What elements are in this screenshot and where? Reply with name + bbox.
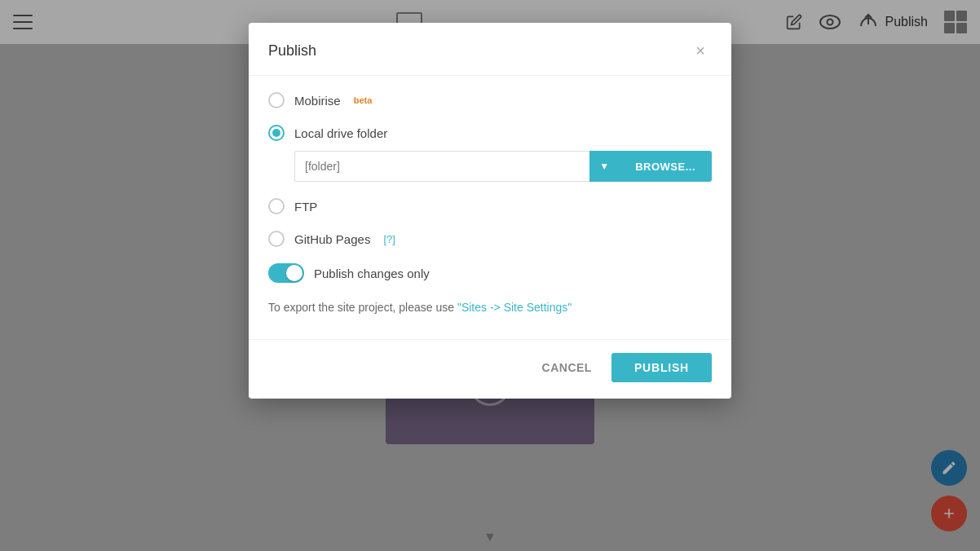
- modal-footer: CANCEL PUBLISH: [249, 339, 731, 399]
- option-github[interactable]: GitHub Pages [?]: [268, 231, 712, 247]
- option-github-label: GitHub Pages: [294, 232, 370, 246]
- toggle-row: Publish changes only: [268, 263, 712, 283]
- publish-modal: Publish × Mobirise beta Local drive fold…: [249, 23, 731, 399]
- cancel-button[interactable]: CANCEL: [532, 355, 602, 381]
- beta-badge: beta: [354, 95, 373, 105]
- option-local[interactable]: Local drive folder: [268, 125, 712, 141]
- option-mobirise[interactable]: Mobirise beta: [268, 92, 712, 108]
- option-mobirise-label: Mobirise: [294, 94, 341, 108]
- close-button[interactable]: ×: [689, 39, 712, 62]
- radio-mobirise[interactable]: [268, 92, 285, 108]
- radio-github[interactable]: [268, 231, 285, 247]
- option-ftp-label: FTP: [294, 200, 317, 214]
- option-local-label: Local drive folder: [294, 126, 387, 140]
- option-ftp[interactable]: FTP: [268, 198, 712, 214]
- modal-title: Publish: [268, 42, 316, 60]
- radio-local[interactable]: [268, 125, 285, 141]
- publish-changes-toggle[interactable]: [268, 263, 304, 283]
- publish-action-button[interactable]: PUBLISH: [611, 353, 712, 382]
- modal-header: Publish ×: [249, 23, 731, 76]
- folder-input[interactable]: [294, 151, 589, 182]
- github-help-link[interactable]: [?]: [383, 233, 395, 245]
- toggle-label: Publish changes only: [314, 267, 430, 280]
- folder-row: ▼ BROWSE...: [294, 151, 712, 182]
- export-note: To export the site project, please use "…: [268, 299, 712, 316]
- folder-dropdown-button[interactable]: ▼: [589, 151, 619, 182]
- export-note-text: To export the site project, please use: [268, 301, 457, 314]
- export-settings-link[interactable]: "Sites -> Site Settings": [457, 301, 572, 314]
- modal-body: Mobirise beta Local drive folder ▼ BROWS…: [249, 76, 731, 339]
- toggle-knob: [286, 265, 302, 281]
- radio-ftp[interactable]: [268, 198, 285, 214]
- browse-button[interactable]: BROWSE...: [619, 151, 712, 182]
